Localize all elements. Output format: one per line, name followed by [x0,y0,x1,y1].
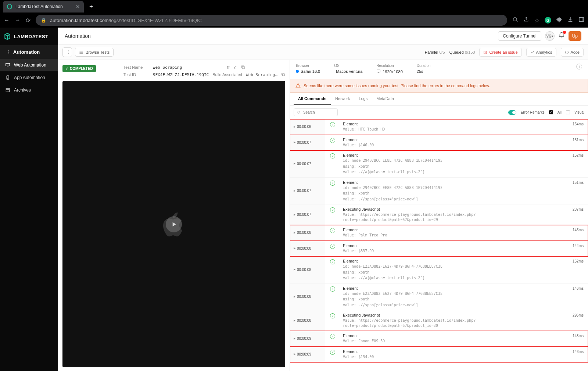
analytics-button[interactable]: Analytics [526,48,556,57]
log-timestamp: ▶00:00:08 [290,283,325,310]
panel-icon[interactable] [578,17,584,24]
nav-back-icon[interactable]: ← [4,17,10,24]
sidebar-back-label: Automation [13,49,40,55]
url-text: automation.lambdatest.com/logs/?testID=S… [50,18,202,23]
test-header: ✓ COMPLETED Test Name Web Scraping [62,64,285,81]
log-row[interactable]: ▶00:00:07 ✓ Element id: node-29407BCC-EE… [290,178,588,205]
search-field[interactable] [303,110,333,114]
new-tab-button[interactable]: ＋ [88,3,94,10]
svg-rect-10 [377,70,380,72]
info-icon[interactable]: i [576,64,582,69]
create-issue-button[interactable]: Create an issue [479,48,521,57]
copy-icon[interactable] [241,65,245,70]
log-body: Element id: node-E23A0882-E627-4D79-B6F4… [340,283,566,310]
browser-chrome: LambdaTest Automation ✕ ＋ ← → ⟳ 🔒 automa… [0,0,588,28]
browse-tests-button[interactable]: Browse Tests [75,48,114,57]
left-pane: ✓ COMPLETED Test Name Web Scraping [58,60,290,371]
play-icon[interactable] [166,216,182,232]
error-remarks-toggle[interactable] [508,110,516,115]
monitor-icon [376,69,381,74]
log-status-icon: ✓ [325,204,340,213]
access-button[interactable]: Acce [561,48,584,57]
command-logs: ▶00:00:06 ✓ Element Value: HTC Touch HD … [290,119,588,371]
log-row[interactable]: ▶00:00:09 ✓ Element Value: $134.00 146ms [290,347,588,363]
main: Automation Configure Tunnel VG ▾ Up 〈 Br… [58,28,588,371]
tab-strip: LambdaTest Automation ✕ ＋ [0,0,588,13]
grammarly-icon[interactable]: G [545,17,551,24]
log-status-icon: ✓ [325,283,340,292]
test-name: Web Scraping [153,65,182,70]
log-status-icon: ✓ [325,135,340,143]
svg-rect-5 [6,88,9,92]
video-preview[interactable] [62,81,285,367]
log-row[interactable]: ▶00:00:08 ✓ Element id: node-E23A0882-E6… [290,256,588,283]
log-row[interactable]: ▶00:00:07 ✓ Element id: node-29407BCC-EE… [290,150,588,178]
edit-icon[interactable] [233,65,238,70]
svg-rect-9 [283,74,285,76]
upgrade-button[interactable]: Up [569,31,581,41]
filter-row: Error Remarks ✓ All Visual [290,106,588,119]
log-body: Element Value: $146.00 [340,135,566,150]
topbar: Automation Configure Tunnel VG ▾ Up [58,28,588,45]
sidebar-item-archives[interactable]: Archives [0,84,58,96]
log-body: Executing Javascript Value: https://ecom… [340,204,566,225]
log-duration: 287ms [566,204,588,211]
visual-checkbox[interactable] [566,110,570,114]
tab-metadata[interactable]: MetaData [372,93,398,105]
status-badge: ✓ COMPLETED [62,65,96,72]
tab-logs[interactable]: Logs [354,93,372,105]
close-icon[interactable]: ✕ [76,4,80,10]
all-checkbox[interactable]: ✓ [549,110,553,114]
logo[interactable]: LAMBDATEST [0,28,58,45]
log-duration: 154ms [566,119,588,126]
svg-point-0 [513,18,517,21]
sidebar-icon [5,75,10,80]
svg-rect-2 [6,63,10,66]
svg-point-7 [565,51,568,54]
right-pane: Browser Safari 16.0 OS Macos ventura Res… [290,60,588,371]
log-timestamp: ▶00:00:07 [290,150,325,177]
search-input[interactable] [294,108,338,116]
build-link[interactable]: Web Scraping… [246,72,277,77]
search-icon[interactable] [512,17,518,24]
browser-tab[interactable]: LambdaTest Automation ✕ [3,1,84,13]
log-tabs: All CommandsNetworkLogsMetaData [290,93,588,106]
log-body: Executing Javascript Value: https://ecom… [340,310,566,331]
reload-icon[interactable]: ⟳ [26,17,31,24]
sidebar-item-app-automation[interactable]: App Automation [0,71,58,84]
configure-tunnel-button[interactable]: Configure Tunnel [498,31,541,41]
svg-rect-8 [242,67,244,69]
log-row[interactable]: ▶00:00:08 ✓ Element Value: $337.99 144ms [290,241,588,257]
log-row[interactable]: ▶00:00:08 ✓ Element Value: Palm Treo Pro… [290,225,588,241]
copy-icon[interactable] [281,72,285,77]
share-icon[interactable] [523,17,529,24]
sidebar-back[interactable]: 〈 Automation [0,45,58,59]
hash-icon[interactable] [226,65,230,70]
extensions-icon[interactable] [556,17,562,24]
log-row[interactable]: ▶00:00:07 ✓ Executing Javascript Value: … [290,204,588,225]
bookmark-icon[interactable]: ☆ [534,17,539,24]
back-button[interactable]: 〈 [62,47,72,57]
log-row[interactable]: ▶00:00:07 ✓ Element Value: $146.00 151ms [290,135,588,151]
log-row[interactable]: ▶00:00:06 ✓ Element Value: HTC Touch HD … [290,119,588,135]
log-status-icon: ✓ [325,119,340,127]
url-bar[interactable]: 🔒 automation.lambdatest.com/logs/?testID… [36,15,507,26]
sidebar-item-web-automation[interactable]: Web Automation [0,59,58,71]
lock-icon: 🔒 [41,18,46,23]
tab-all-commands[interactable]: All Commands [294,93,331,105]
lambdatest-favicon [7,4,12,10]
avatar[interactable]: VG ▾ [545,31,555,41]
tab-network[interactable]: Network [331,93,354,105]
app: LAMBDATEST 〈 Automation Web AutomationAp… [0,28,588,371]
sidebar-icon [5,63,10,68]
notifications-icon[interactable] [558,32,565,40]
download-icon[interactable] [567,17,573,24]
page-title: Automation [65,33,91,39]
chevron-left-icon: 〈 [5,49,10,55]
log-duration: 143ms [566,331,588,338]
log-row[interactable]: ▶00:00:08 ✓ Executing Javascript Value: … [290,310,588,331]
brand-name: LAMBDATEST [14,34,49,39]
log-row[interactable]: ▶00:00:09 ✓ Element Value: Canon EOS 5D … [290,331,588,347]
log-row[interactable]: ▶00:00:08 ✓ Element id: node-E23A0882-E6… [290,283,588,311]
log-status-icon: ✓ [325,310,340,318]
